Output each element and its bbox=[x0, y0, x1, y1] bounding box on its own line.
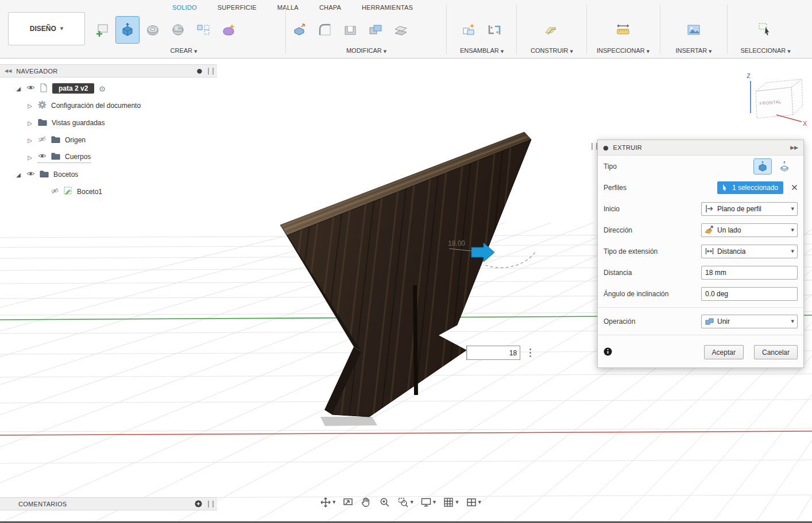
inicio-dropdown[interactable]: Plano de perfil ▼ bbox=[701, 202, 798, 216]
panel-drag-grip[interactable] bbox=[208, 501, 214, 507]
menu-insertar[interactable]: INSERTAR▼ bbox=[662, 47, 726, 54]
distance-value-field[interactable] bbox=[467, 346, 559, 359]
tab-superficie[interactable]: SUPERFICIE bbox=[218, 4, 257, 11]
combine-button[interactable] bbox=[364, 17, 387, 43]
tab-solido[interactable]: SOLIDO bbox=[172, 4, 197, 11]
tree-row-bodies[interactable]: ▷ Cuerpos bbox=[0, 149, 145, 166]
expander-closed-icon[interactable]: ▷ bbox=[26, 103, 33, 109]
visibility-eye-off-icon[interactable] bbox=[51, 188, 59, 196]
tree-row-origin[interactable]: ▷ Origen bbox=[0, 131, 145, 149]
menu-crear[interactable]: CREAR▼ bbox=[91, 47, 277, 54]
joint-button[interactable] bbox=[483, 17, 506, 43]
grid-snaps-button[interactable]: ▼ bbox=[442, 496, 459, 509]
navigator-panel-header[interactable]: ◀◀ NAVEGADOR ● bbox=[0, 64, 217, 78]
distancia-field[interactable] bbox=[701, 266, 798, 280]
dimension-value: 18.00 bbox=[448, 239, 465, 247]
tab-chapa[interactable]: CHAPA bbox=[319, 4, 341, 11]
dialog-drag-grip[interactable] bbox=[591, 143, 597, 150]
expander-closed-icon[interactable]: ▷ bbox=[26, 120, 33, 126]
orbit-button[interactable]: ▼ bbox=[319, 496, 336, 509]
visibility-eye-off-icon[interactable] bbox=[38, 136, 47, 144]
tab-malla[interactable]: MALLA bbox=[277, 4, 299, 11]
chevron-down-icon: ▼ bbox=[194, 49, 197, 54]
select-button[interactable] bbox=[754, 17, 777, 43]
fillet-button[interactable] bbox=[314, 17, 337, 43]
offset-face-button[interactable] bbox=[389, 17, 412, 43]
design-workspace-menu[interactable]: DISEÑO ▼ bbox=[8, 12, 85, 45]
collapse-panel-icon[interactable]: ◀◀ bbox=[5, 68, 11, 73]
expander-closed-icon[interactable]: ▷ bbox=[26, 154, 33, 161]
visibility-eye-icon[interactable] bbox=[26, 84, 35, 92]
comments-panel-header[interactable]: COMENTARIOS bbox=[0, 497, 217, 510]
chevron-down-icon: ▼ bbox=[433, 500, 436, 505]
tree-row-document-settings[interactable]: ▷ Configuración del documento bbox=[0, 97, 145, 114]
type-thin-extrude-button[interactable] bbox=[776, 159, 793, 174]
root-document-label[interactable]: pata 2 v2 bbox=[52, 83, 94, 94]
visibility-eye-icon[interactable] bbox=[38, 153, 47, 161]
viewports-button[interactable]: ▼ bbox=[465, 496, 482, 509]
menu-inspeccionar[interactable]: INSPECCIONAR▼ bbox=[588, 47, 658, 54]
menu-seleccionar[interactable]: SELECCIONAR▼ bbox=[729, 47, 802, 54]
extruded-body[interactable] bbox=[274, 132, 531, 442]
activate-component-radio[interactable]: ⊙ bbox=[99, 84, 105, 93]
tree-item-label: Bocetos bbox=[53, 171, 78, 179]
extent-type-dropdown[interactable]: Distancia ▼ bbox=[701, 245, 798, 258]
extrude-dialog-header[interactable]: ● EXTRUIR ▶▶ bbox=[598, 140, 803, 156]
pan-button[interactable] bbox=[360, 496, 373, 509]
clear-selection-icon[interactable] bbox=[791, 184, 798, 191]
add-comment-icon[interactable] bbox=[195, 500, 202, 507]
display-settings-button[interactable]: ▼ bbox=[420, 496, 436, 509]
group-seleccionar: SELECCIONAR▼ bbox=[729, 16, 802, 57]
create-form-button[interactable] bbox=[217, 17, 240, 43]
sweep-button[interactable] bbox=[167, 17, 190, 43]
operation-dropdown[interactable]: Unir ▼ bbox=[701, 315, 798, 328]
group-modificar: MODIFICAR▼ bbox=[288, 16, 444, 57]
menu-ensamblar[interactable]: ENSAMBLAR▼ bbox=[449, 47, 515, 54]
tab-herramientas[interactable]: HERRAMIENTAS bbox=[362, 4, 413, 11]
toolbar-divider bbox=[660, 5, 660, 54]
view-cube[interactable]: Z FRONTAL X bbox=[747, 72, 807, 127]
tree-row-sketch1[interactable]: Boceto1 bbox=[0, 183, 145, 200]
taper-angle-field[interactable] bbox=[701, 287, 798, 301]
zoom-button[interactable] bbox=[378, 496, 391, 509]
visibility-eye-icon[interactable] bbox=[26, 171, 35, 179]
chevron-down-icon: ▼ bbox=[647, 49, 649, 54]
press-pull-button[interactable] bbox=[288, 17, 311, 43]
menu-construir[interactable]: CONSTRUIR▼ bbox=[518, 47, 586, 54]
tree-row-sketches[interactable]: ◢ Bocetos bbox=[0, 166, 145, 183]
panel-drag-grip[interactable] bbox=[208, 68, 214, 75]
info-icon[interactable] bbox=[604, 347, 612, 358]
shell-button[interactable] bbox=[339, 17, 362, 43]
solid-extrude-icon bbox=[757, 161, 768, 172]
measure-button[interactable] bbox=[612, 17, 635, 43]
pattern-button[interactable] bbox=[192, 17, 215, 43]
row-angulo: Ángulo de inclinación bbox=[598, 283, 803, 304]
direccion-dropdown[interactable]: Un lado ▼ bbox=[701, 223, 798, 237]
type-solid-extrude-button[interactable] bbox=[754, 159, 771, 174]
profiles-selected-chip[interactable]: 1 seleccionado bbox=[717, 181, 783, 194]
expander-open-icon[interactable]: ◢ bbox=[15, 86, 22, 92]
look-at-button[interactable] bbox=[342, 496, 354, 509]
expander-open-icon[interactable]: ◢ bbox=[15, 172, 22, 178]
menu-modificar[interactable]: MODIFICAR▼ bbox=[288, 47, 444, 54]
expander-closed-icon[interactable]: ▷ bbox=[26, 137, 33, 144]
revolve-button[interactable] bbox=[141, 17, 164, 43]
distance-inline-input[interactable] bbox=[466, 346, 520, 360]
workspace-tab-bar: SOLIDO SUPERFICIE MALLA CHAPA HERRAMIENT… bbox=[172, 4, 413, 11]
new-component-button[interactable] bbox=[458, 17, 481, 43]
expand-dialog-icon[interactable]: ▶▶ bbox=[790, 145, 798, 150]
construction-plane-button[interactable] bbox=[540, 17, 563, 43]
toolbar-divider bbox=[446, 5, 447, 54]
fit-button[interactable]: ▼ bbox=[397, 496, 413, 509]
row-tipo-extension: Tipo de extensión Distancia ▼ bbox=[598, 241, 803, 262]
panel-options-icon[interactable]: ● bbox=[196, 68, 202, 74]
tree-row-saved-views[interactable]: ▷ Vistas guardadas bbox=[0, 114, 145, 131]
input-drag-handle-icon[interactable] bbox=[529, 348, 531, 357]
create-sketch-button[interactable] bbox=[91, 17, 114, 43]
create-sketch-icon bbox=[95, 22, 110, 37]
insert-canvas-button[interactable] bbox=[682, 17, 705, 43]
tree-row-root[interactable]: ◢ pata 2 v2 ⊙ bbox=[0, 80, 145, 97]
extrude-button[interactable] bbox=[116, 17, 139, 43]
cancel-button[interactable]: Cancelar bbox=[754, 345, 798, 359]
accept-button[interactable]: Aceptar bbox=[704, 345, 744, 359]
